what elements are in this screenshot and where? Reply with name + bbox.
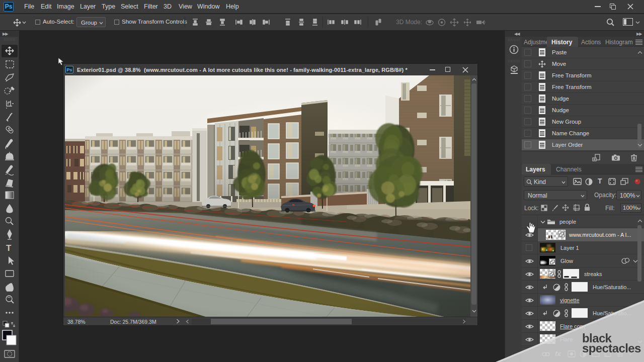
svg-text:T: T [6,243,12,253]
